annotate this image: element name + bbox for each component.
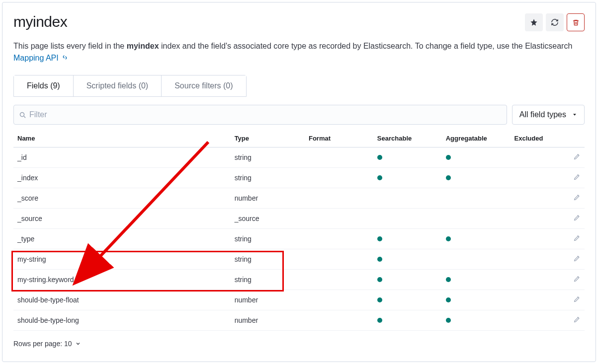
cell-excluded	[511, 209, 562, 229]
mapping-api-link[interactable]: Mapping API	[13, 54, 59, 62]
star-icon	[530, 18, 538, 26]
header-actions	[525, 13, 585, 31]
table-row: my-stringstring	[13, 249, 585, 270]
cell-format	[305, 270, 373, 290]
edit-button[interactable]	[573, 195, 581, 203]
cell-excluded	[511, 290, 562, 310]
dot-icon	[377, 155, 382, 160]
external-link-icon	[62, 54, 68, 62]
table-row: _source_source	[13, 209, 585, 229]
edit-button[interactable]	[573, 174, 581, 182]
dot-icon	[377, 318, 382, 323]
col-edit	[562, 132, 585, 147]
cell-excluded	[511, 310, 562, 331]
cell-format	[305, 188, 373, 209]
col-excluded[interactable]: Excluded	[511, 132, 562, 147]
dot-icon	[446, 318, 451, 323]
cell-excluded	[511, 229, 562, 249]
index-pattern-panel: myindex This page lists every field in t…	[2, 2, 596, 362]
edit-button[interactable]	[573, 317, 581, 325]
tab-fields[interactable]: Fields (9)	[14, 75, 74, 96]
dot-icon	[446, 175, 451, 180]
col-name[interactable]: Name	[13, 132, 231, 147]
cell-name: _index	[13, 168, 231, 188]
refresh-icon	[551, 18, 559, 26]
cell-searchable	[373, 209, 442, 229]
cell-searchable	[373, 310, 442, 331]
page-title: myindex	[13, 13, 67, 30]
table-row: _typestring	[13, 229, 585, 249]
dot-icon	[377, 297, 382, 302]
chevron-down-icon	[75, 341, 81, 347]
controls-row: All field types	[13, 105, 585, 125]
cell-format	[305, 147, 373, 168]
cell-name: should-be-type-long	[13, 310, 231, 331]
cell-format	[305, 209, 373, 229]
dot-icon	[377, 277, 382, 282]
table-row: should-be-type-longnumber	[13, 310, 585, 331]
tabs: Fields (9) Scripted fields (0) Source fi…	[13, 75, 247, 97]
cell-name: _source	[13, 209, 231, 229]
cell-aggregatable	[442, 310, 511, 331]
cell-searchable	[373, 188, 442, 209]
cell-type: string	[231, 147, 305, 168]
edit-button[interactable]	[573, 154, 581, 162]
cell-format	[305, 310, 373, 331]
cell-searchable	[373, 249, 442, 270]
cell-aggregatable	[442, 168, 511, 188]
cell-type: _source	[231, 209, 305, 229]
rows-per-page-label: Rows per page: 10	[13, 340, 72, 348]
cell-name: should-be-type-float	[13, 290, 231, 310]
dot-icon	[446, 155, 451, 160]
cell-name: _type	[13, 229, 231, 249]
cell-searchable	[373, 229, 442, 249]
desc-bold: myindex	[127, 42, 159, 50]
cell-aggregatable	[442, 290, 511, 310]
table-row: _scorenumber	[13, 188, 585, 209]
edit-button[interactable]	[573, 215, 581, 223]
col-searchable[interactable]: Searchable	[373, 132, 442, 147]
cell-aggregatable	[442, 209, 511, 229]
cell-excluded	[511, 249, 562, 270]
set-default-button[interactable]	[525, 13, 543, 31]
cell-format	[305, 168, 373, 188]
desc-mid: index and the field's associated core ty…	[159, 42, 573, 50]
desc-pre: This page lists every field in the	[13, 42, 127, 50]
edit-button[interactable]	[573, 276, 581, 284]
cell-searchable	[373, 290, 442, 310]
cell-name: _score	[13, 188, 231, 209]
field-type-select[interactable]: All field types	[512, 105, 585, 125]
filter-input[interactable]	[29, 110, 502, 119]
refresh-button[interactable]	[546, 13, 564, 31]
edit-button[interactable]	[573, 256, 581, 264]
cell-type: number	[231, 310, 305, 331]
cell-format	[305, 290, 373, 310]
dot-icon	[446, 277, 451, 282]
tab-source[interactable]: Source filters (0)	[162, 75, 246, 96]
cell-type: number	[231, 290, 305, 310]
rows-per-page[interactable]: Rows per page: 10	[13, 340, 585, 348]
cell-aggregatable	[442, 188, 511, 209]
filter-input-wrap[interactable]	[13, 105, 507, 125]
table-row: my-string.keywordstring	[13, 270, 585, 290]
edit-button[interactable]	[573, 296, 581, 304]
cell-aggregatable	[442, 270, 511, 290]
col-aggregatable[interactable]: Aggregatable	[442, 132, 511, 147]
cell-excluded	[511, 147, 562, 168]
trash-icon	[572, 19, 580, 26]
col-format[interactable]: Format	[305, 132, 373, 147]
table-row: _idstring	[13, 147, 585, 168]
cell-type: string	[231, 249, 305, 270]
col-type[interactable]: Type	[231, 132, 305, 147]
cell-name: _id	[13, 147, 231, 168]
edit-button[interactable]	[573, 235, 581, 243]
delete-button[interactable]	[567, 13, 585, 31]
cell-excluded	[511, 188, 562, 209]
table-header-row: Name Type Format Searchable Aggregatable…	[13, 132, 585, 147]
tab-scripted[interactable]: Scripted fields (0)	[74, 75, 162, 96]
search-icon	[19, 111, 26, 119]
cell-type: number	[231, 188, 305, 209]
cell-searchable	[373, 147, 442, 168]
cell-excluded	[511, 270, 562, 290]
type-select-label: All field types	[519, 110, 566, 119]
